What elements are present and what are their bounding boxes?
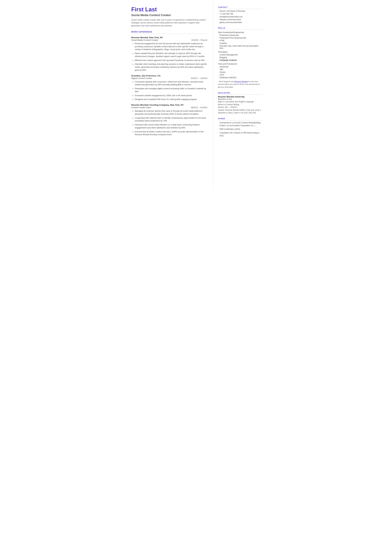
skills-section: SKILLS Data Visualization/Engineering: P… bbox=[218, 27, 262, 88]
left-column: First Last Social Media Content Creator … bbox=[125, 0, 213, 189]
bullet-1-2: Spear headed Resume Worded's site redesi… bbox=[132, 52, 207, 58]
edu-degree-0: Bachelor of Arts bbox=[218, 98, 262, 100]
bullet-3-1: Managed all customer queries that came i… bbox=[132, 110, 207, 116]
resume-worded-note: · Don't forget to use Resume Worded to s… bbox=[218, 80, 262, 88]
job-block-2: Growthsi, San Francisco, CA Digital Cont… bbox=[131, 75, 207, 101]
edu-school-0: Resume Worded University bbox=[218, 96, 262, 98]
skill-2-1: XML bbox=[218, 68, 262, 70]
company-name-1: Resume Worded, New York, NY bbox=[131, 36, 207, 39]
bullet-list-1: Enhanced engagement by over 90 percent w… bbox=[131, 42, 207, 72]
edu-major-0: Major in Journalism and English Language bbox=[218, 100, 262, 103]
contact-item-4: github.com/resumeworded bbox=[218, 21, 262, 23]
job-row-3: Content creator intern 08/2012 – 01/2015 bbox=[131, 106, 207, 109]
skill-0-3: Analytics bbox=[218, 42, 262, 44]
job-row-1: Social Media Content Creator 10/2018 – P… bbox=[131, 39, 207, 41]
date-range-3: 08/2012 – 01/2015 bbox=[191, 106, 207, 109]
bullet-3-2: Cooperated with editorial team to identi… bbox=[132, 117, 207, 123]
contact-header: CONTACT bbox=[218, 6, 262, 9]
contact-item-3: linkedin.com/in/username bbox=[218, 19, 262, 21]
date-range-2: 05/2017 – 10/2019 bbox=[191, 77, 207, 79]
resume-container: First Last Social Media Content Creator … bbox=[125, 0, 267, 189]
other-item-1: PMP Certification (2022) bbox=[218, 128, 262, 131]
bullet-list-2: Connected regularly with consumers, infl… bbox=[131, 80, 207, 101]
skills-header: SKILLS bbox=[218, 27, 262, 30]
skill-2-4: Databases (MySQL) bbox=[218, 77, 262, 79]
contact-list: Denver, OH (Open to Remote) +1-234-456-7… bbox=[218, 10, 262, 23]
bullet-list-3: Managed all customer queries that came i… bbox=[131, 110, 207, 136]
skill-2-0: JavaScript bbox=[218, 66, 262, 68]
job-block-3: Resume Worded's Exciting Company, New Yo… bbox=[131, 104, 207, 136]
job-row-2: Digital Content Creator 05/2017 – 10/201… bbox=[131, 77, 207, 79]
candidate-name: First Last bbox=[131, 6, 207, 13]
contact-section: CONTACT Denver, OH (Open to Remote) +1-2… bbox=[218, 6, 262, 23]
resume-worded-link[interactable]: Resume Worded bbox=[234, 81, 248, 83]
education-header: EDUCATION bbox=[218, 92, 262, 95]
skill-1-1: Blogging bbox=[218, 56, 262, 59]
other-item-0: Volunteered in a 9-month Content Writing… bbox=[218, 121, 262, 127]
edu-location-0: Boston, MA — 05/2017 bbox=[218, 106, 262, 109]
contact-item-0: Denver, OH (Open to Remote) bbox=[218, 10, 262, 12]
bullet-3-4: Ensured that all written content and was… bbox=[132, 130, 207, 136]
bullet-1-3: Effected new content approach that upsca… bbox=[132, 59, 207, 62]
summary: Social media content creator with over 6… bbox=[131, 19, 207, 27]
bullet-2-1: Connected regularly with consumers, infl… bbox=[132, 80, 207, 86]
skill-1-2: Campaign Analysis bbox=[218, 59, 262, 61]
bullet-3-3: Interacted with social media followers o… bbox=[132, 123, 207, 129]
skills-cat-0-label: Data Visualization/Engineering: bbox=[218, 31, 262, 34]
bullet-1-1: Enhanced engagement by over 90 percent w… bbox=[132, 42, 207, 51]
edu-awards-0: Awards: Resume Worded Writer of the year… bbox=[218, 109, 262, 114]
other-list: Volunteered in a 9-month Content Writing… bbox=[218, 121, 262, 137]
skills-list-0: Photoshop (Advanced) Powerpoint Prezi (E… bbox=[218, 34, 262, 49]
other-header: OTHER bbox=[218, 118, 262, 120]
skills-cat-1-label: Techniques: bbox=[218, 51, 262, 53]
skill-0-4: Recruiter note: enter skills from job de… bbox=[218, 45, 262, 49]
skills-list-1: Content Management Blogging Campaign Ana… bbox=[218, 54, 262, 61]
skills-cat-2-label: Tools and Frameworks: bbox=[218, 63, 262, 65]
bullet-1-4: Attended client meetings and planning se… bbox=[132, 63, 207, 71]
work-experience-section: WORK EXPERIENCE Resume Worded, New York,… bbox=[131, 31, 207, 136]
skill-0-0: Photoshop (Advanced) bbox=[218, 34, 262, 36]
job-title: Social Media Content Creator bbox=[131, 14, 207, 17]
edu-minor-0: Minors in Content Writing bbox=[218, 103, 262, 106]
job-block-1: Resume Worded, New York, NY Social Media… bbox=[131, 36, 207, 72]
edu-block-0: Resume Worded University Bachelor of Art… bbox=[218, 96, 262, 114]
other-item-2: Completed 150+ Articles on RW fashion Bl… bbox=[218, 131, 262, 137]
position-title-1: Social Media Content Creator bbox=[131, 39, 158, 41]
skill-0-1: Powerpoint Prezi (Experienced) bbox=[218, 37, 262, 39]
bullet-2-3: Increased LinkedIn engagement by 105% ov… bbox=[132, 94, 207, 97]
position-title-2: Digital Content Creator bbox=[131, 77, 152, 79]
date-range-1: 10/2018 – Present bbox=[191, 39, 207, 41]
contact-item-1: +1-234-456-789 bbox=[218, 13, 262, 15]
position-title-3: Content creator intern bbox=[131, 106, 151, 109]
education-section: EDUCATION Resume Worded University Bache… bbox=[218, 92, 262, 114]
company-name-2: Growthsi, San Francisco, CA bbox=[131, 75, 207, 77]
skill-1-0: Content Management bbox=[218, 54, 262, 56]
skills-list-2: JavaScript XML JQuery AJAX Databases (My… bbox=[218, 66, 262, 79]
skill-2-2: JQuery bbox=[218, 71, 262, 73]
bullet-2-4: Designed and completed 500 hours of a we… bbox=[132, 98, 207, 101]
skill-2-3: AJAX bbox=[218, 74, 262, 76]
other-section: OTHER Volunteered in a 9-month Content W… bbox=[218, 118, 262, 137]
contact-item-2: email@resumeworded.com bbox=[218, 16, 262, 18]
bullet-2-2: Developed and managed digital content in… bbox=[132, 87, 207, 93]
right-column: CONTACT Denver, OH (Open to Remote) +1-2… bbox=[213, 0, 267, 189]
company-name-3: Resume Worded's Exciting Company, New Yo… bbox=[131, 104, 207, 106]
skill-0-2: HTML bbox=[218, 40, 262, 42]
work-experience-header: WORK EXPERIENCE bbox=[131, 31, 207, 34]
